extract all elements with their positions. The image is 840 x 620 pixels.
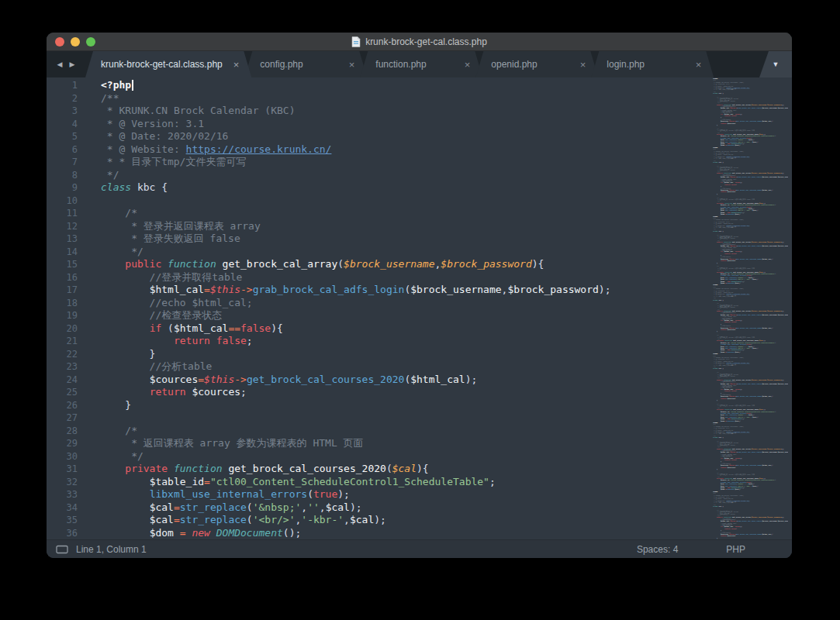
line-number[interactable]: 28	[47, 425, 78, 438]
indent-setting[interactable]: Spaces: 4	[637, 544, 678, 555]
line-number[interactable]: 13	[47, 232, 78, 246]
code-line[interactable]: }	[101, 399, 792, 412]
next-tab-icon[interactable]: ▶	[70, 60, 75, 68]
tab-bar: ◀ ▶ krunk-brock-get-cal.class.php×config…	[47, 51, 792, 78]
code-line[interactable]: * * 目录下tmp/文件夹需可写	[101, 156, 792, 169]
code-line[interactable]: //分析table	[101, 360, 792, 374]
code-line[interactable]: $cal=str_replace('<br/>','-kbr-',$cal);	[101, 514, 792, 527]
code-line[interactable]: <?php	[101, 79, 792, 92]
line-number[interactable]: 33	[47, 488, 78, 501]
code-line[interactable]: libxml_use_internal_errors(true);	[101, 488, 792, 501]
code-line[interactable]: $cources=$this->get_brock_cal_courses_20…	[101, 374, 792, 387]
tab-krunk-brock-get-cal.class.php[interactable]: krunk-brock-get-cal.class.php×	[85, 51, 251, 78]
line-number[interactable]: 14	[47, 246, 78, 259]
titlebar-content: krunk-brock-get-cal.class.php	[351, 36, 487, 47]
code-line[interactable]	[101, 412, 792, 425]
code-line[interactable]: return $cources;	[101, 386, 792, 399]
line-number[interactable]: 23	[47, 360, 78, 374]
line-number[interactable]: 18	[47, 297, 78, 310]
close-window-button[interactable]	[55, 37, 64, 46]
status-left: Line 1, Column 1	[56, 544, 147, 555]
code-line[interactable]: //登录并取得table	[101, 271, 792, 284]
syntax-name[interactable]: PHP	[726, 544, 745, 555]
code-line[interactable]: class kbc {	[101, 181, 792, 195]
line-number[interactable]: 2	[47, 92, 78, 105]
line-number[interactable]: 19	[47, 309, 78, 322]
line-number[interactable]: 1	[47, 79, 78, 92]
line-number[interactable]: 35	[47, 514, 78, 527]
code-line[interactable]	[101, 195, 792, 208]
line-number[interactable]: 24	[47, 374, 78, 387]
line-number[interactable]: 12	[47, 220, 78, 233]
line-number[interactable]: 5	[47, 130, 78, 143]
code-line[interactable]: $dom = new DOMDocument();	[101, 527, 792, 540]
code-line[interactable]: return false;	[101, 335, 792, 348]
line-number[interactable]: 4	[47, 118, 78, 131]
tab-function.php[interactable]: function.php×	[360, 51, 482, 78]
line-number[interactable]: 9	[47, 181, 78, 195]
line-number[interactable]: 16	[47, 271, 78, 284]
code-line[interactable]: /**	[101, 92, 792, 105]
code-line[interactable]: //echo $html_cal;	[101, 297, 792, 310]
code-line[interactable]: if ($html_cal==false){	[101, 322, 792, 336]
line-number[interactable]: 27	[47, 412, 78, 425]
line-number[interactable]: 31	[47, 463, 78, 476]
window-title: krunk-brock-get-cal.class.php	[365, 36, 487, 47]
tab-close-icon[interactable]: ×	[580, 60, 586, 70]
tab-close-icon[interactable]: ×	[696, 60, 702, 70]
traffic-lights	[55, 33, 95, 50]
line-number[interactable]: 26	[47, 399, 78, 412]
code-line[interactable]: */	[101, 169, 792, 182]
code-line[interactable]: * 登录并返回课程表 array	[101, 220, 792, 233]
line-number[interactable]: 36	[47, 527, 78, 540]
code-line[interactable]: * 登录失败返回 false	[101, 232, 792, 246]
line-number[interactable]: 6	[47, 143, 78, 157]
code-line[interactable]: * @ Version: 3.1	[101, 118, 792, 131]
line-number[interactable]: 3	[47, 105, 78, 118]
tab-close-icon[interactable]: ×	[349, 60, 355, 70]
tab-config.php[interactable]: config.php×	[244, 51, 367, 78]
tab-label: openid.php	[491, 59, 537, 70]
code-line[interactable]: */	[101, 246, 792, 259]
code-line[interactable]: public function get_brock_cal_array($bro…	[101, 258, 792, 271]
line-number[interactable]: 29	[47, 437, 78, 450]
minimap[interactable]: <?php/** * KRUNK.CN Brock Calendar (KBC)…	[713, 78, 788, 539]
code-line[interactable]: $table_id="ctl00_Content_ScheduleControl…	[101, 476, 792, 489]
line-number[interactable]: 25	[47, 386, 78, 399]
line-number[interactable]: 20	[47, 322, 78, 336]
code-line[interactable]: $cal=str_replace('&nbsp;','',$cal);	[101, 501, 792, 515]
zoom-window-button[interactable]	[86, 37, 95, 46]
minimize-window-button[interactable]	[71, 37, 80, 46]
code-line[interactable]: */	[101, 450, 792, 463]
code-line[interactable]: //检查登录状态	[101, 309, 792, 322]
code-line[interactable]: $html_cal=$this->grab_brock_cal_adfs_log…	[101, 284, 792, 297]
line-number[interactable]: 22	[47, 348, 78, 361]
line-number[interactable]: 32	[47, 476, 78, 489]
line-number[interactable]: 30	[47, 450, 78, 463]
line-number[interactable]: 34	[47, 501, 78, 515]
line-number[interactable]: 17	[47, 284, 78, 297]
tab-overflow-button[interactable]: ▼	[759, 51, 792, 78]
line-number[interactable]: 10	[47, 195, 78, 208]
line-number[interactable]: 8	[47, 169, 78, 182]
tab-close-icon[interactable]: ×	[233, 60, 240, 70]
code-line[interactable]: * @ Website: https://course.krunk.cn/	[101, 143, 792, 157]
prev-tab-icon[interactable]: ◀	[57, 60, 63, 68]
tab-openid.php[interactable]: openid.php×	[475, 51, 598, 78]
code-area[interactable]: <?php/** * KRUNK.CN Brock Calendar (KBC)…	[93, 78, 792, 539]
code-line[interactable]: /*	[101, 425, 792, 438]
window-titlebar[interactable]: krunk-brock-get-cal.class.php	[47, 33, 792, 51]
code-line[interactable]: * @ Date: 2020/02/16	[101, 130, 792, 143]
code-line[interactable]: private function get_brock_cal_courses_2…	[101, 463, 792, 476]
code-line[interactable]: * KRUNK.CN Brock Calendar (KBC)	[101, 105, 792, 118]
tab-login.php[interactable]: login.php×	[591, 51, 714, 78]
code-line[interactable]: }	[101, 348, 792, 361]
code-line[interactable]: * 返回课程表 array 参数为课程表的 HTML 页面	[101, 437, 792, 450]
code-line[interactable]: /*	[101, 207, 792, 220]
line-number[interactable]: 21	[47, 335, 78, 348]
editor[interactable]: 1234567891011121314151617181920212223242…	[47, 78, 792, 539]
line-number[interactable]: 11	[47, 207, 78, 220]
line-number[interactable]: 7	[47, 156, 78, 169]
tab-close-icon[interactable]: ×	[465, 60, 471, 70]
line-number[interactable]: 15	[47, 258, 78, 271]
